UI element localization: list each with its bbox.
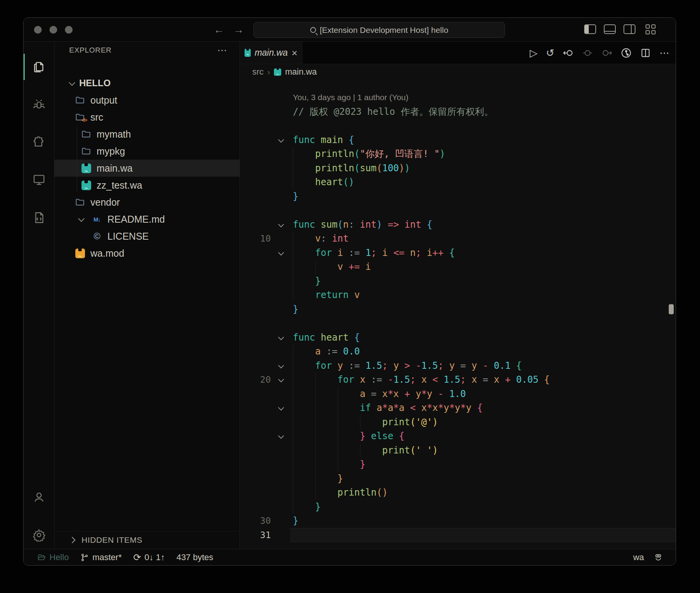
more-actions-icon[interactable]: ⋯ xyxy=(659,47,669,59)
fold-chevron-icon[interactable] xyxy=(278,362,284,368)
fold-chevron-icon[interactable] xyxy=(278,334,284,340)
code-line-9[interactable]: func sum(n: int) => int { xyxy=(240,218,676,232)
traffic-minimize-button[interactable] xyxy=(49,26,57,34)
code-line-8[interactable] xyxy=(240,203,676,218)
tree-item-wa-mod[interactable]: wa.mod xyxy=(54,245,240,262)
code-text: v += i xyxy=(293,260,371,274)
code-line-20[interactable]: 20 for x := -1.5; x < 1.5; x = x + 0.05 … xyxy=(240,373,676,387)
code-line-2[interactable] xyxy=(240,119,676,133)
toggle-sidebar-icon[interactable] xyxy=(584,24,596,34)
fold-chevron-icon[interactable] xyxy=(278,221,284,227)
code-line-13[interactable]: } xyxy=(240,274,676,288)
customize-layout-icon[interactable] xyxy=(646,24,656,34)
code-line-18[interactable]: a := 0.0 xyxy=(240,344,676,359)
code-line-11[interactable]: for i := 1; i <= n; i++ { xyxy=(240,246,676,260)
breadcrumb[interactable]: src › main.wa xyxy=(240,64,676,80)
code-line-29[interactable]: } xyxy=(240,500,676,514)
code-line-23[interactable]: print('@') xyxy=(240,415,676,429)
code-line-22[interactable]: if a*a*a < x*x*y*y*y { xyxy=(240,401,676,415)
toggle-panel-icon[interactable] xyxy=(604,24,616,34)
toggle-secondary-sidebar-icon[interactable] xyxy=(624,24,635,34)
code-line-4[interactable]: println("你好, 凹语言! ") xyxy=(240,147,676,161)
code-line-31[interactable]: 31 xyxy=(240,528,676,542)
breadcrumb-file[interactable]: main.wa xyxy=(285,67,317,77)
hidden-items-label: HIDDEN ITEMS xyxy=(82,535,143,545)
hidden-items-section[interactable]: HIDDEN ITEMS xyxy=(54,531,240,548)
chevron-down-icon xyxy=(78,215,85,222)
code-line-1[interactable]: // 版权 @2023 hello 作者。保留所有权利。 xyxy=(240,105,676,119)
tree-item-mypkg[interactable]: mypkg xyxy=(54,143,240,160)
explorer-icon[interactable] xyxy=(32,60,46,73)
tree-item-readme-md[interactable]: M↓README.md xyxy=(54,211,240,228)
settings-gear-icon[interactable] xyxy=(32,528,46,542)
workspace-status-item[interactable]: Hello xyxy=(37,552,69,562)
folder-icon xyxy=(81,146,92,156)
code-line-28[interactable]: println() xyxy=(240,486,676,500)
remote-explorer-icon[interactable] xyxy=(32,173,46,186)
git-sync-status-item[interactable]: ⟳ 0↓ 1↑ xyxy=(133,552,165,562)
code-line-25[interactable]: print(' ') xyxy=(240,443,676,458)
code-line-7[interactable]: } xyxy=(240,189,676,204)
code-text: v: int xyxy=(293,232,349,246)
timeline-history-icon[interactable]: ↺ xyxy=(546,47,554,59)
tab-close-icon[interactable]: × xyxy=(292,49,297,57)
fold-chevron-icon[interactable] xyxy=(278,405,284,411)
tree-item-zz-test-wa[interactable]: zz_test.wa xyxy=(54,177,240,194)
code-line-5[interactable]: println(sum(100)) xyxy=(240,161,676,176)
extensions-icon[interactable] xyxy=(32,136,46,149)
tree-item-license[interactable]: ©LICENSE xyxy=(54,228,240,245)
compare-change-icon[interactable] xyxy=(582,48,593,58)
fold-chevron-icon[interactable] xyxy=(278,433,284,439)
copilot-status-item[interactable] xyxy=(654,553,663,562)
accounts-icon[interactable] xyxy=(32,491,46,504)
code-line-15[interactable]: } xyxy=(240,302,676,317)
code-line-16[interactable] xyxy=(240,316,676,331)
fold-chevron-icon[interactable] xyxy=(278,249,284,256)
code-line-14[interactable]: return v xyxy=(240,288,676,302)
tree-item-vendor[interactable]: vendor xyxy=(54,194,240,211)
previous-change-icon[interactable] xyxy=(563,48,574,58)
explorer-more-actions-icon[interactable]: ⋯ xyxy=(217,44,228,56)
tab-main-wa[interactable]: main.wa × xyxy=(240,42,302,64)
tree-item-output[interactable]: output xyxy=(54,92,240,109)
code-line-12[interactable]: v += i xyxy=(240,260,676,274)
code-line-10[interactable]: 10 v: int xyxy=(240,232,676,246)
code-line-3[interactable]: func main { xyxy=(240,133,676,147)
run-file-icon[interactable]: ▷ xyxy=(530,47,537,59)
language-mode-status-item[interactable]: wa xyxy=(633,552,644,562)
code-text: } xyxy=(293,472,343,486)
folder-icon xyxy=(75,95,85,105)
traffic-close-button[interactable] xyxy=(34,26,42,34)
command-center[interactable]: [Extension Development Host] hello xyxy=(253,22,505,38)
code-line-26[interactable]: } xyxy=(240,457,676,472)
nav-back-button[interactable]: ← xyxy=(214,23,224,36)
code-line-19[interactable]: for y := 1.5; y > -1.5; y = y - 0.1 { xyxy=(240,359,676,373)
source-control-graph-icon[interactable] xyxy=(621,48,632,58)
tree-item-hello[interactable]: HELLO xyxy=(54,75,240,92)
code-line-27[interactable]: } xyxy=(240,472,676,486)
scrollbar-thumb[interactable] xyxy=(669,304,674,314)
run-debug-icon[interactable] xyxy=(32,98,46,111)
code-line-6[interactable]: heart() xyxy=(240,175,676,189)
tree-item-mymath[interactable]: mymath xyxy=(54,126,240,143)
fold-chevron-icon[interactable] xyxy=(278,377,284,383)
next-change-icon[interactable] xyxy=(601,48,612,58)
tree-item-src[interactable]: </>src xyxy=(54,109,240,126)
line-number: 30 xyxy=(240,514,271,528)
git-branch-icon xyxy=(80,553,89,562)
traffic-zoom-button[interactable] xyxy=(65,26,73,34)
git-branch-status-item[interactable]: master* xyxy=(80,552,122,562)
fold-chevron-icon[interactable] xyxy=(278,136,284,143)
code-line-30[interactable]: 30} xyxy=(240,514,676,528)
code-line-17[interactable]: func heart { xyxy=(240,331,676,345)
screenshot-canvas: ← → [Extension Development Host] hello xyxy=(0,0,700,593)
nav-forward-button[interactable]: → xyxy=(233,23,244,36)
tree-item-label: mymath xyxy=(97,129,131,140)
tree-item-main-wa[interactable]: main.wa xyxy=(54,160,240,177)
code-editor[interactable]: You, 3 days ago | 1 author (You) // 版权 @… xyxy=(240,80,676,549)
code-line-21[interactable]: a = x*x + y*y - 1.0 xyxy=(240,387,676,401)
file-code-icon[interactable] xyxy=(32,211,46,224)
split-editor-icon[interactable] xyxy=(640,48,651,58)
breadcrumb-folder[interactable]: src xyxy=(252,67,263,77)
code-line-24[interactable]: } else { xyxy=(240,429,676,443)
